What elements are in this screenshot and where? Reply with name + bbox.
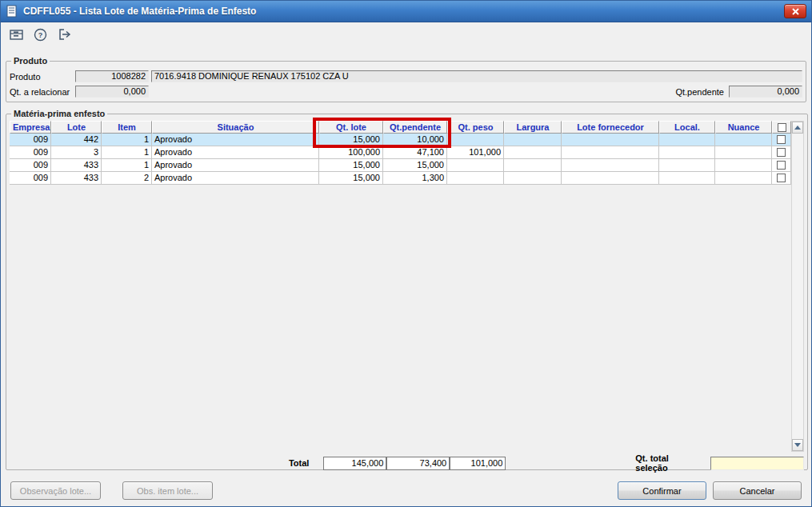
cell-lote[interactable]: 433 <box>51 172 102 185</box>
cell-item[interactable]: 2 <box>102 172 152 185</box>
cell-qt-peso[interactable]: 101,000 <box>447 146 504 159</box>
qt-total-selecao-input[interactable] <box>710 457 804 470</box>
cell-local[interactable] <box>659 159 715 172</box>
cell-nuance[interactable] <box>715 172 772 185</box>
row-checkbox[interactable] <box>777 174 786 182</box>
cell-qt-pendente[interactable]: 47,100 <box>383 146 447 159</box>
qt-total-selecao-label: Qt. total seleção <box>635 453 702 473</box>
materia-prima-grid: Empresa Lote Item Situação Qt. lote Qt.p… <box>10 121 791 452</box>
produto-group-label: Produto <box>11 56 50 66</box>
cancelar-button[interactable]: Cancelar <box>713 481 802 500</box>
cell-qt-peso[interactable] <box>447 159 504 172</box>
dialog-window: CDFFL055 - Lista Lote de Matéria-Prima d… <box>0 0 812 507</box>
scroll-down-icon[interactable] <box>792 439 803 451</box>
cell-situacao[interactable]: Aprovado <box>152 146 319 159</box>
cell-situacao[interactable]: Aprovado <box>152 134 319 146</box>
cell-qt-lote[interactable]: 15,000 <box>319 172 383 185</box>
scroll-up-icon[interactable] <box>792 122 803 134</box>
produto-group: Produto Produto 1008282 7016.9418 DOMINI… <box>6 56 806 102</box>
cell-lote[interactable]: 442 <box>51 134 102 146</box>
cell-lote-fornecedor[interactable] <box>562 134 659 146</box>
cell-qt-peso[interactable] <box>447 172 504 185</box>
help-icon[interactable]: ? <box>31 26 49 43</box>
cell-largura[interactable] <box>504 159 562 172</box>
cell-largura[interactable] <box>504 146 562 159</box>
header-largura[interactable]: Largura <box>504 121 562 134</box>
cell-checkbox <box>772 134 791 146</box>
table-row[interactable]: 009 442 1 Aprovado 15,000 10,000 <box>10 134 791 146</box>
produto-desc-field: 7016.9418 DOMINIQUE RENAUX 175102 CZA U <box>151 70 802 82</box>
cell-qt-pendente[interactable]: 10,000 <box>383 134 447 146</box>
footer: Observação lote... Obs. item lote... Con… <box>6 481 806 500</box>
cell-largura[interactable] <box>504 134 562 146</box>
grid-area: Empresa Lote Item Situação Qt. lote Qt.p… <box>10 121 804 452</box>
cell-qt-lote[interactable]: 15,000 <box>319 134 383 146</box>
close-button[interactable] <box>784 4 806 18</box>
total-qt-pendente-field: 73,400 <box>386 457 450 470</box>
header-lote-fornecedor[interactable]: Lote fornecedor <box>562 121 659 134</box>
table-row[interactable]: 009 433 2 Aprovado 15,000 1,300 <box>10 172 791 185</box>
cell-local[interactable] <box>659 146 715 159</box>
cell-nuance[interactable] <box>715 146 772 159</box>
cell-lote-fornecedor[interactable] <box>562 159 659 172</box>
cell-nuance[interactable] <box>715 134 772 146</box>
cell-lote-fornecedor[interactable] <box>562 146 659 159</box>
cell-situacao[interactable]: Aprovado <box>152 159 319 172</box>
cell-item[interactable]: 1 <box>102 159 152 172</box>
materia-prima-group: Matéria-prima enfesto Empresa Lote Item … <box>6 109 808 470</box>
cell-qt-peso[interactable] <box>447 134 504 146</box>
cell-empresa[interactable]: 009 <box>10 146 51 159</box>
header-situacao[interactable]: Situação <box>152 121 319 134</box>
table-row[interactable]: 009 433 1 Aprovado 15,000 15,000 <box>10 159 791 172</box>
qt-relacionar-label: Qt. a relacionar <box>10 87 75 97</box>
close-icon <box>792 6 799 18</box>
header-qt-pendente[interactable]: Qt.pendente <box>383 121 447 134</box>
cell-local[interactable] <box>659 134 715 146</box>
qt-pendente-field: 0,000 <box>729 86 802 98</box>
produto-label: Produto <box>10 72 75 82</box>
cell-empresa[interactable]: 009 <box>10 134 51 146</box>
cell-nuance[interactable] <box>715 159 772 172</box>
cell-qt-pendente[interactable]: 1,300 <box>383 172 447 185</box>
svg-text:?: ? <box>38 31 42 39</box>
confirmar-button[interactable]: Confirmar <box>618 481 706 500</box>
cell-local[interactable] <box>659 172 715 185</box>
cell-checkbox <box>772 172 791 185</box>
cell-lote[interactable]: 433 <box>51 159 102 172</box>
cell-lote[interactable]: 3 <box>51 146 102 159</box>
cell-item[interactable]: 1 <box>102 134 152 146</box>
row-checkbox[interactable] <box>777 148 786 157</box>
vertical-scrollbar[interactable] <box>791 121 804 452</box>
header-qt-peso[interactable]: Qt. peso <box>447 121 504 134</box>
exit-icon[interactable] <box>55 26 73 43</box>
cell-qt-pendente[interactable]: 15,000 <box>383 159 447 172</box>
cell-qt-lote[interactable]: 100,000 <box>319 146 383 159</box>
header-local[interactable]: Local. <box>659 121 715 134</box>
header-nuance[interactable]: Nuance <box>715 121 772 134</box>
cell-empresa[interactable]: 009 <box>10 159 51 172</box>
cell-qt-lote[interactable]: 15,000 <box>319 159 383 172</box>
qt-relacionar-row: Qt. a relacionar 0,000 Qt.pendente 0,000 <box>10 85 802 98</box>
select-all-checkbox[interactable] <box>778 123 786 132</box>
header-empresa[interactable]: Empresa <box>10 121 51 134</box>
obs-item-lote-button[interactable]: Obs. item lote... <box>122 481 213 500</box>
produto-row: Produto 1008282 7016.9418 DOMINIQUE RENA… <box>10 70 802 83</box>
cell-lote-fornecedor[interactable] <box>562 172 659 185</box>
table-row[interactable]: 009 3 1 Aprovado 100,000 47,100 101,000 <box>10 146 791 159</box>
cell-item[interactable]: 1 <box>102 146 152 159</box>
observacao-lote-button[interactable]: Observação lote... <box>10 481 101 500</box>
row-checkbox[interactable] <box>777 135 786 144</box>
header-qt-lote[interactable]: Qt. lote <box>319 121 383 134</box>
card-file-icon[interactable] <box>7 26 25 43</box>
totals-row: Total 145,000 73,400 101,000 Qt. total s… <box>10 455 804 471</box>
dialog-body: Produto Produto 1008282 7016.9418 DOMINI… <box>1 56 811 500</box>
header-item[interactable]: Item <box>102 121 152 134</box>
header-lote[interactable]: Lote <box>51 121 102 134</box>
cell-largura[interactable] <box>504 172 562 185</box>
cell-empresa[interactable]: 009 <box>10 172 51 185</box>
window-title: CDFFL055 - Lista Lote de Matéria-Prima d… <box>23 6 784 17</box>
row-checkbox[interactable] <box>777 161 786 170</box>
materia-prima-group-label: Matéria-prima enfesto <box>11 109 107 118</box>
cell-situacao[interactable]: Aprovado <box>152 172 319 185</box>
produto-code-field: 1008282 <box>75 70 149 82</box>
